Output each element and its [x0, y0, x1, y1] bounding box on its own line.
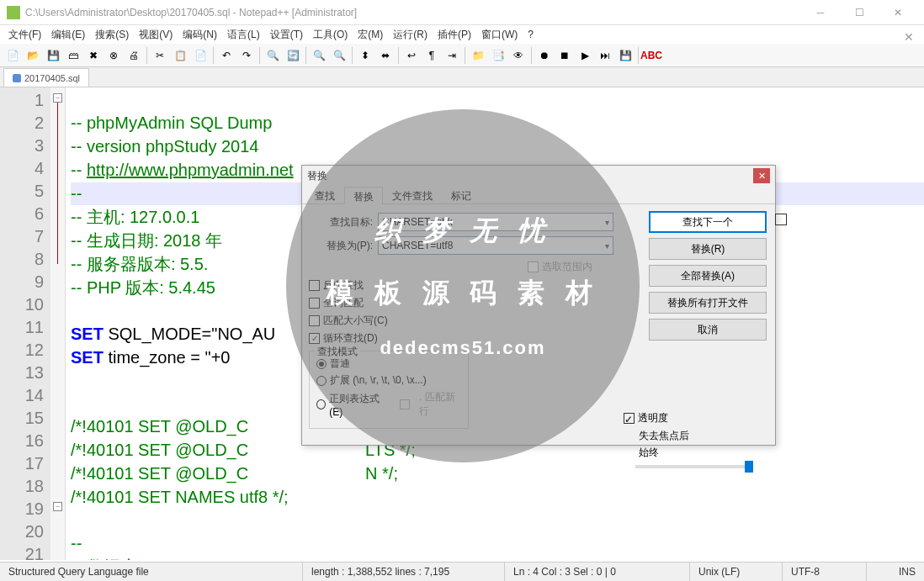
minimize-button[interactable]: ─ — [801, 0, 840, 25]
status-encoding: UTF-8 — [783, 563, 867, 581]
stop-icon[interactable]: ⏹ — [555, 46, 574, 65]
mode-regex-radio[interactable]: 正则表达式(E) . 匹配新行 — [316, 390, 461, 419]
replace-all-button[interactable]: 全部替换(A) — [649, 265, 767, 287]
tab-replace[interactable]: 替换 — [344, 187, 383, 204]
chevron-down-icon[interactable]: ▾ — [605, 241, 609, 251]
zoom-in-icon[interactable]: 🔍 — [310, 46, 328, 65]
transp-onblur-radio[interactable]: 失去焦点后 — [635, 429, 767, 443]
replace-dialog: 替换 ✕ 查找 替换 文件查找 标记 查找目标: CHARSET=gbk▾ 替换… — [301, 165, 776, 446]
menu-macro[interactable]: 宏(M) — [353, 26, 388, 44]
copy-icon[interactable]: 📋 — [171, 46, 189, 65]
status-eol: Unix (LF) — [690, 563, 783, 581]
extra-toggle-button[interactable] — [775, 214, 787, 225]
replace-button[interactable]: 替换(R) — [649, 238, 767, 260]
statusbar: Structured Query Language file length : … — [0, 562, 924, 581]
play-icon[interactable]: ▶ — [576, 46, 594, 65]
find-input[interactable]: CHARSET=gbk▾ — [378, 213, 613, 231]
menu-view[interactable]: 视图(V) — [134, 26, 178, 44]
toolbar: 📄 📂 💾 🗃 ✖ ⊗ 🖨 ✂ 📋 📄 ↶ ↷ 🔍 🔄 🔍 🔍 ⬍ ⬌ ↩ ¶ … — [0, 44, 924, 67]
tabbar: 20170405.sql — [0, 67, 924, 87]
sync-h-icon[interactable]: ⬌ — [376, 46, 395, 65]
indent-icon[interactable]: ⇥ — [443, 46, 461, 65]
menu-search[interactable]: 搜索(S) — [90, 26, 134, 44]
menu-file[interactable]: 文件(F) — [3, 26, 46, 44]
record-icon[interactable]: ⏺ — [535, 46, 554, 65]
maximize-button[interactable]: ☐ — [840, 0, 879, 25]
tab-find[interactable]: 查找 — [305, 186, 344, 203]
doc-icon[interactable]: 📑 — [489, 46, 507, 65]
tab-mark[interactable]: 标记 — [442, 186, 481, 203]
wordwrap-icon[interactable]: ↩ — [402, 46, 421, 65]
status-ins: INS — [867, 563, 924, 581]
fold-box-icon[interactable]: − — [53, 93, 62, 103]
undo-icon[interactable]: ↶ — [217, 46, 236, 65]
zoom-out-icon[interactable]: 🔍 — [330, 46, 348, 65]
menu-language[interactable]: 语言(L) — [222, 26, 265, 44]
close-all-icon[interactable]: ⊗ — [104, 46, 123, 65]
redo-icon[interactable]: ↷ — [237, 46, 256, 65]
open-file-icon[interactable]: 📂 — [24, 46, 42, 65]
tab-findinfiles[interactable]: 文件查找 — [383, 186, 442, 203]
replace-all-open-button[interactable]: 替换所有打开文件 — [649, 292, 767, 314]
print-icon[interactable]: 🖨 — [125, 46, 143, 65]
dialog-tabs: 查找 替换 文件查找 标记 — [302, 186, 775, 204]
replace-input[interactable]: CHARSET=utf8▾ — [378, 236, 613, 255]
window-title: C:\Users\Administrator\Desktop\20170405.… — [25, 7, 801, 18]
menubar: 文件(F) 编辑(E) 搜索(S) 视图(V) 编码(N) 语言(L) 设置(T… — [0, 25, 924, 44]
transp-always-radio[interactable]: 始终 — [635, 446, 767, 460]
menu-tools[interactable]: 工具(O) — [308, 26, 353, 44]
status-length: length : 1,388,552 lines : 7,195 — [303, 563, 505, 581]
menu-edit[interactable]: 编辑(E) — [46, 26, 90, 44]
playmulti-icon[interactable]: ⏭ — [596, 46, 614, 65]
fold-line — [57, 103, 58, 264]
in-selection-checkbox: 选取范围内 — [528, 260, 592, 274]
cancel-button[interactable]: 取消 — [649, 319, 767, 341]
replace-icon[interactable]: 🔄 — [284, 46, 302, 65]
spellcheck-icon[interactable]: ABC — [642, 46, 661, 65]
app-icon — [7, 6, 20, 19]
sync-v-icon[interactable]: ⬍ — [356, 46, 374, 65]
find-label: 查找目标: — [309, 215, 378, 230]
paste-icon[interactable]: 📄 — [191, 46, 210, 65]
close-button[interactable]: ✕ — [879, 0, 917, 25]
menu-settings[interactable]: 设置(T) — [265, 26, 308, 44]
titlebar: C:\Users\Administrator\Desktop\20170405.… — [0, 0, 924, 25]
menu-encoding[interactable]: 编码(N) — [178, 26, 222, 44]
line-gutter: 123456789101112131415161718192021 — [0, 87, 50, 560]
close-file-icon[interactable]: ✖ — [84, 46, 103, 65]
find-next-button[interactable]: 查找下一个 — [649, 211, 767, 233]
cut-icon[interactable]: ✂ — [151, 46, 169, 65]
save-all-icon[interactable]: 🗃 — [64, 46, 82, 65]
transparency-slider[interactable] — [635, 465, 753, 468]
monitor-icon[interactable]: 👁 — [509, 46, 528, 65]
replace-label: 替换为(P): — [309, 239, 378, 253]
search-mode-title: 查找模式 — [315, 345, 360, 359]
save-icon[interactable]: 💾 — [44, 46, 62, 65]
transparency-checkbox[interactable]: ✓透明度 — [624, 411, 767, 425]
secondary-close-icon[interactable]: ✕ — [904, 30, 914, 44]
status-language: Structured Query Language file — [0, 563, 303, 581]
dialog-close-button[interactable]: ✕ — [753, 168, 770, 183]
fold-gutter: − − — [50, 87, 66, 560]
new-file-icon[interactable]: 📄 — [3, 46, 22, 65]
menu-run[interactable]: 运行(R) — [388, 26, 433, 44]
file-tab[interactable]: 20170405.sql — [3, 68, 89, 87]
allchars-icon[interactable]: ¶ — [422, 46, 441, 65]
search-mode-group: 查找模式 普通 扩展 (\n, \r, \t, \0, \x...) 正则表达式… — [309, 351, 469, 429]
transparency-group: ✓透明度 失去焦点后 始终 — [624, 411, 767, 468]
dialog-titlebar[interactable]: 替换 ✕ — [302, 166, 775, 186]
dialog-title: 替换 — [307, 169, 327, 183]
find-icon[interactable]: 🔍 — [263, 46, 282, 65]
chevron-down-icon[interactable]: ▾ — [605, 218, 609, 227]
menu-window[interactable]: 窗口(W) — [476, 26, 523, 44]
menu-plugins[interactable]: 插件(P) — [433, 26, 476, 44]
folder-icon[interactable]: 📁 — [469, 46, 487, 65]
menu-help[interactable]: ? — [523, 27, 539, 42]
tab-filename: 20170405.sql — [24, 73, 80, 83]
fold-box-icon[interactable]: − — [53, 502, 62, 511]
savemacro-icon[interactable]: 💾 — [616, 46, 635, 65]
mode-extended-radio[interactable]: 扩展 (\n, \r, \t, \0, \x...) — [316, 373, 461, 388]
tab-modified-icon — [13, 74, 21, 82]
status-position: Ln : 4 Col : 3 Sel : 0 | 0 — [505, 563, 690, 581]
